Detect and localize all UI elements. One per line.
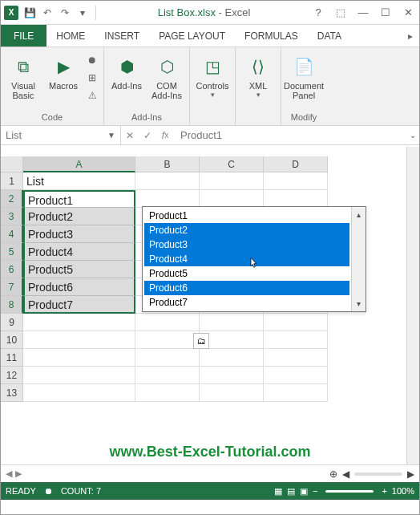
macro-record-status-icon[interactable]: ⏺ — [44, 486, 53, 496]
help-icon[interactable]: ? — [310, 5, 326, 21]
window-title: List Box.xlsx - Excel — [103, 6, 305, 18]
save-icon[interactable]: 💾 — [23, 6, 36, 19]
listbox-item[interactable]: Product5 — [144, 266, 349, 281]
zoom-slider[interactable] — [325, 490, 374, 493]
scroll-up-icon[interactable]: ▴ — [357, 210, 361, 219]
tab-insert[interactable]: INSERT — [95, 25, 149, 47]
tab-data[interactable]: DATA — [308, 25, 351, 47]
relative-ref-icon[interactable]: ⊞ — [84, 70, 100, 86]
cell-a4[interactable]: Product3 — [23, 225, 135, 243]
listbox-scrollbar[interactable]: ▴ ▾ — [351, 207, 365, 311]
redo-icon[interactable]: ↷ — [59, 6, 71, 19]
sheet-nav-next-icon[interactable]: ▶ — [15, 468, 22, 479]
formula-bar-row: List ▼ ✕ ✓ fx Product1 ⌄ — [1, 126, 419, 145]
row-header-12[interactable]: 12 — [1, 367, 23, 384]
view-normal-icon[interactable]: ▦ — [274, 486, 282, 497]
col-header-a[interactable]: A — [23, 156, 135, 172]
cell-d1[interactable] — [264, 172, 328, 190]
document-name: List Box.xlsx — [158, 6, 216, 18]
row-header-9[interactable]: 9 — [1, 314, 23, 331]
worksheet[interactable]: A B C D 1 List 2 Product1 3 Product2 4 P… — [1, 156, 419, 474]
macros-button[interactable]: ▶ Macros — [44, 52, 83, 91]
close-icon[interactable]: ✕ — [400, 5, 416, 21]
tab-formulas[interactable]: FORMULAS — [235, 25, 308, 47]
confirm-formula-icon[interactable]: ✓ — [139, 130, 156, 141]
tab-home[interactable]: HOME — [46, 25, 95, 47]
row-header-4[interactable]: 4 — [1, 225, 23, 243]
row-header-6[interactable]: 6 — [1, 261, 23, 278]
row-header-13[interactable]: 13 — [1, 384, 23, 402]
xml-button[interactable]: ⟨⟩ XML ▾ — [239, 52, 277, 99]
row-header-5[interactable]: 5 — [1, 243, 23, 261]
col-header-b[interactable]: B — [135, 156, 200, 172]
ribbon-group-controls: ◳ Controls ▾ — [190, 47, 236, 125]
formula-value[interactable]: Product1 — [174, 129, 406, 141]
maximize-icon[interactable]: ☐ — [378, 5, 394, 21]
minimize-icon[interactable]: — — [355, 5, 371, 21]
add-sheet-icon[interactable]: ⊕ — [329, 468, 337, 480]
cell-a1[interactable]: List — [23, 172, 135, 190]
row-header-10[interactable]: 10 — [1, 331, 23, 349]
listbox-item[interactable]: Product2 — [144, 223, 349, 237]
com-addins-icon: ⬡ — [154, 54, 180, 79]
cell-a2[interactable]: Product1 — [23, 190, 135, 208]
fx-icon[interactable]: fx — [156, 130, 174, 141]
listbox-item[interactable]: Product6 — [144, 281, 349, 295]
tab-scroll-icon[interactable]: ▸ — [402, 25, 419, 47]
zoom-out-icon[interactable]: − — [313, 486, 317, 496]
visual-basic-button[interactable]: ⧉ Visual Basic — [4, 52, 42, 100]
undo-icon[interactable]: ↶ — [41, 6, 54, 19]
scroll-down-icon[interactable]: ▾ — [357, 299, 361, 308]
tab-page-layout[interactable]: PAGE LAYOUT — [149, 25, 235, 47]
cell-a6[interactable]: Product5 — [23, 261, 135, 278]
hscroll-right-icon[interactable]: ▶ — [407, 468, 414, 480]
listbox-item[interactable]: Product4 — [144, 252, 349, 266]
cell-b1[interactable] — [135, 172, 200, 190]
listbox-item[interactable]: Product1 — [144, 209, 349, 223]
cell-a8[interactable]: Product7 — [23, 296, 135, 314]
com-addins-button[interactable]: ⬡ COM Add-Ins — [147, 52, 186, 100]
cell-a3[interactable]: Product2 — [23, 208, 135, 225]
macro-security-icon[interactable]: ⚠ — [84, 87, 100, 103]
window-controls: ? ⬚ — ☐ ✕ — [310, 5, 416, 21]
col-header-d[interactable]: D — [264, 156, 328, 172]
row-header-7[interactable]: 7 — [1, 278, 23, 296]
listbox-control[interactable]: Product1 Product2 Product3 Product4 Prod… — [142, 206, 366, 312]
row-header-2[interactable]: 2 — [1, 190, 23, 208]
cell-a5[interactable]: Product4 — [23, 243, 135, 261]
expand-formula-bar-icon[interactable]: ⌄ — [406, 131, 419, 140]
listbox-item[interactable]: Product7 — [144, 295, 349, 310]
chevron-down-icon[interactable]: ▼ — [107, 131, 115, 140]
sheet-nav-prev-icon[interactable]: ◀ — [6, 468, 12, 479]
controls-icon: ◳ — [200, 54, 225, 79]
watermark: www.Best-Excel-Tutorial.com — [1, 444, 419, 460]
customize-qat-icon[interactable]: ▾ — [76, 6, 89, 19]
row-header-3[interactable]: 3 — [1, 208, 23, 225]
vertical-scrollbar[interactable] — [406, 147, 419, 464]
row-header-1[interactable]: 1 — [1, 172, 23, 190]
view-pagelayout-icon[interactable]: ▤ — [287, 486, 295, 497]
hscroll-left-icon[interactable]: ◀ — [342, 468, 349, 480]
addins-button[interactable]: ⬢ Add-Ins — [107, 52, 146, 91]
view-pagebreak-icon[interactable]: ▣ — [300, 486, 308, 497]
listbox-item[interactable]: Product3 — [144, 237, 349, 252]
record-macro-icon[interactable]: ⏺ — [84, 52, 100, 68]
row-header-8[interactable]: 8 — [1, 296, 23, 314]
select-all-corner[interactable] — [1, 156, 23, 172]
zoom-level[interactable]: 100% — [392, 486, 414, 496]
cancel-formula-icon[interactable]: ✕ — [121, 130, 139, 141]
zoom-in-icon[interactable]: + — [382, 486, 386, 496]
divider — [95, 6, 96, 20]
excel-icon: X — [4, 6, 18, 20]
col-header-c[interactable]: C — [200, 156, 264, 172]
hscroll-track[interactable] — [354, 472, 402, 476]
controls-button[interactable]: ◳ Controls ▾ — [193, 52, 232, 99]
ribbon-options-icon[interactable]: ⬚ — [333, 5, 349, 21]
name-box[interactable]: List ▼ — [1, 126, 121, 144]
cell-a7[interactable]: Product6 — [23, 278, 135, 296]
quick-analysis-icon[interactable]: 🗂 — [193, 333, 209, 349]
row-header-11[interactable]: 11 — [1, 349, 23, 367]
cell-c1[interactable] — [200, 172, 264, 190]
document-panel-button[interactable]: 📄 Document Panel — [285, 52, 323, 100]
tab-file[interactable]: FILE — [1, 25, 46, 47]
